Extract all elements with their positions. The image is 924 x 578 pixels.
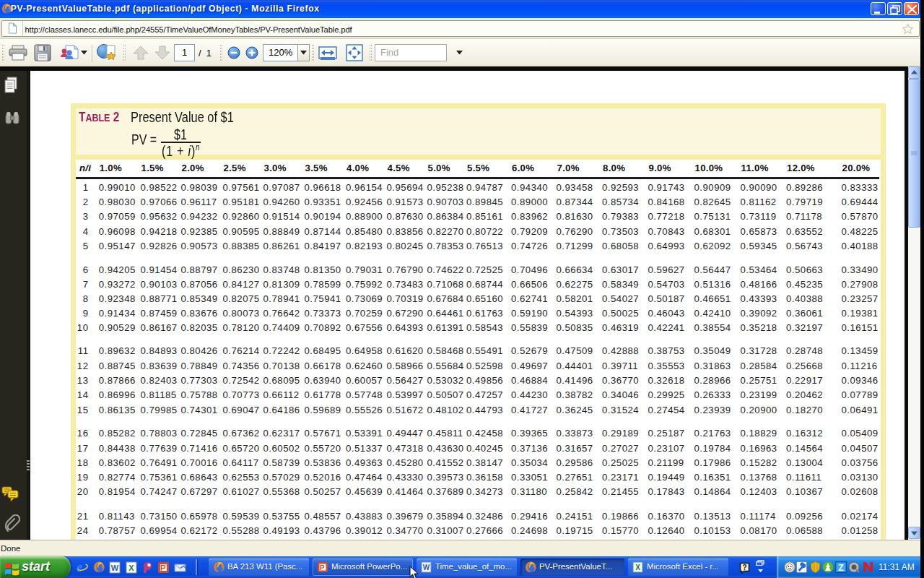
svg-text:W: W	[111, 564, 119, 572]
svg-text:X: X	[635, 564, 640, 571]
svg-text:Z: Z	[838, 563, 843, 573]
svg-text:W: W	[423, 564, 430, 571]
svg-text:e: e	[77, 561, 82, 574]
svg-text:X: X	[128, 564, 134, 572]
svg-text:?: ?	[742, 564, 746, 571]
